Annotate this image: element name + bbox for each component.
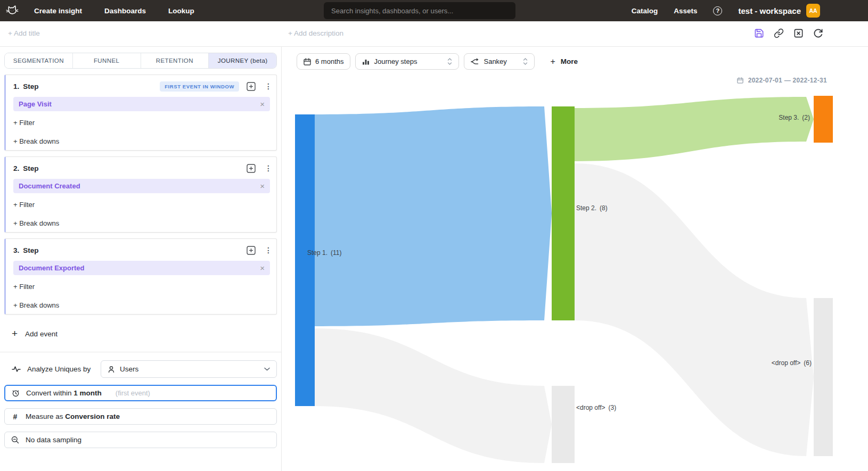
sankey-node-step3[interactable] <box>814 96 833 143</box>
sankey-link-step2-step3[interactable] <box>575 97 814 161</box>
remove-event-icon[interactable]: × <box>260 265 265 272</box>
plus-square-icon <box>247 164 256 173</box>
sankey-link-step1-dropoff_step1[interactable] <box>315 328 552 463</box>
time-range-button[interactable]: 6 months <box>297 53 350 70</box>
nav-assets[interactable]: Assets <box>674 7 697 15</box>
sankey-label-step1: Step 1. (11) <box>307 249 341 257</box>
title-bar: + Add title + Add description <box>0 21 868 47</box>
step-number: 2. <box>13 164 19 172</box>
search-input[interactable] <box>324 2 515 19</box>
sankey-label-dropoff_step2: <drop off> (6) <box>772 359 812 367</box>
chart-type-value: Sankey <box>484 57 506 65</box>
sankey-node-step2[interactable] <box>552 106 575 320</box>
chart-panel: Step 1. (11)Step 2. (8)Step 3. (2)<drop … <box>282 47 868 471</box>
tab-journey[interactable]: JOURNEY (beta) <box>209 53 276 68</box>
add-breakdown-button[interactable]: + Break downs <box>13 137 270 145</box>
plus-icon: + <box>12 329 18 338</box>
sankey-node-dropoff_step2[interactable] <box>814 298 833 456</box>
step-title: Step <box>23 82 38 90</box>
chevron-down-icon <box>264 367 270 371</box>
event-selector[interactable]: Document Exported × <box>13 261 270 275</box>
event-name: Page Visit <box>19 100 52 108</box>
event-name: Document Exported <box>19 264 85 272</box>
alarm-clock-icon <box>12 389 20 397</box>
sankey-chart[interactable]: Step 1. (11)Step 2. (8)Step 3. (2)<drop … <box>282 47 868 471</box>
zoom-out-icon <box>11 436 19 444</box>
updown-caret-icon <box>447 57 452 65</box>
convert-hint: (first event) <box>116 389 150 397</box>
step-menu-button[interactable]: ⋮ <box>265 166 270 171</box>
remove-event-icon[interactable]: × <box>260 183 265 190</box>
query-builder-panel: SEGMENTATION FUNNEL RETENTION JOURNEY (b… <box>0 47 282 471</box>
more-options-button[interactable]: + More <box>550 57 578 67</box>
add-description-button[interactable]: + Add description <box>288 29 343 37</box>
measure-value: Conversion rate <box>65 412 120 420</box>
plus-icon: + <box>550 57 555 67</box>
app-logo-cat-icon[interactable] <box>5 4 19 17</box>
event-name: Document Created <box>19 182 80 190</box>
help-icon[interactable]: ? <box>713 6 722 15</box>
workspace-name[interactable]: test - workspace <box>738 6 801 15</box>
refresh-icon <box>813 28 823 38</box>
sankey-link-step1-step2[interactable] <box>315 106 552 326</box>
top-navbar: Create insight Dashboards Lookup Catalog… <box>0 0 868 21</box>
date-range-indicator: 2022-07-01 — 2022-12-31 <box>737 77 827 84</box>
activity-icon <box>12 365 21 373</box>
data-sampling-control[interactable]: No data sampling <box>4 432 277 448</box>
uniques-by-select[interactable]: Users <box>101 360 277 378</box>
add-title-button[interactable]: + Add title <box>8 29 40 37</box>
chart-toolbar: 6 months Journey steps Sankey <box>297 53 578 70</box>
step-card-1: 1. Step FIRST EVENT IN WINDOW ⋮ Page Vis… <box>4 75 277 151</box>
sampling-label: No data sampling <box>26 436 81 444</box>
nav-catalog[interactable]: Catalog <box>632 7 658 15</box>
copy-link-button[interactable] <box>774 28 784 38</box>
avatar[interactable]: AA <box>806 4 820 18</box>
date-range-text: 2022-07-01 — 2022-12-31 <box>748 77 827 84</box>
nav-create-insight[interactable]: Create insight <box>34 7 82 15</box>
analyze-label: Analyze Uniques by <box>27 365 91 373</box>
plus-square-icon <box>247 82 256 91</box>
save-button[interactable] <box>754 28 764 38</box>
chart-type-select[interactable]: Sankey <box>464 53 535 70</box>
event-selector[interactable]: Page Visit × <box>13 97 270 111</box>
add-breakdown-button[interactable]: + Break downs <box>13 301 270 309</box>
time-range-value: 6 months <box>315 57 343 65</box>
add-event-to-step-button[interactable] <box>247 82 256 91</box>
sankey-label-step3: Step 3. (2) <box>779 114 810 121</box>
analyze-uniques-row: Analyze Uniques by Users <box>4 360 277 378</box>
refresh-button[interactable] <box>813 28 823 38</box>
view-select[interactable]: Journey steps <box>355 53 459 70</box>
tab-retention[interactable]: RETENTION <box>141 53 209 68</box>
uniques-by-value: Users <box>120 365 138 373</box>
add-breakdown-button[interactable]: + Break downs <box>13 219 270 227</box>
link-icon <box>774 28 784 38</box>
step-menu-button[interactable]: ⋮ <box>265 247 270 253</box>
measure-as-control[interactable]: # Measure as Conversion rate <box>4 408 277 425</box>
tab-segmentation[interactable]: SEGMENTATION <box>5 53 73 68</box>
step-title: Step <box>23 164 38 172</box>
add-filter-button[interactable]: + Filter <box>13 119 270 127</box>
remove-event-icon[interactable]: × <box>260 101 265 108</box>
cancel-button[interactable] <box>793 28 804 38</box>
convert-within-control[interactable]: Convert within 1 month (first event) <box>4 385 277 401</box>
sankey-node-dropoff_step1[interactable] <box>552 386 575 463</box>
step-card-3: 3. Step ⋮ Document Exported × + Filter +… <box>4 238 277 315</box>
event-selector[interactable]: Document Created × <box>13 179 270 193</box>
add-event-to-step-button[interactable] <box>247 164 256 173</box>
sankey-icon <box>471 58 479 65</box>
step-menu-button[interactable]: ⋮ <box>265 84 270 89</box>
hash-icon: # <box>11 412 19 421</box>
measure-prefix: Measure as <box>26 412 63 420</box>
insight-type-tabs: SEGMENTATION FUNNEL RETENTION JOURNEY (b… <box>4 53 277 69</box>
nav-lookup[interactable]: Lookup <box>168 7 194 15</box>
sankey-label-step2: Step 2. (8) <box>576 204 608 212</box>
add-filter-button[interactable]: + Filter <box>13 283 270 291</box>
add-filter-button[interactable]: + Filter <box>13 201 270 209</box>
tab-funnel[interactable]: FUNNEL <box>73 53 141 68</box>
sankey-node-step1[interactable] <box>295 114 315 406</box>
sankey-label-dropoff_step1: <drop off> (3) <box>576 404 616 411</box>
nav-dashboards[interactable]: Dashboards <box>104 7 146 15</box>
add-event-to-step-button[interactable] <box>247 246 256 255</box>
add-event-button[interactable]: + Add event <box>4 327 277 340</box>
sankey-link-step2-dropoff_step2[interactable] <box>575 163 814 456</box>
